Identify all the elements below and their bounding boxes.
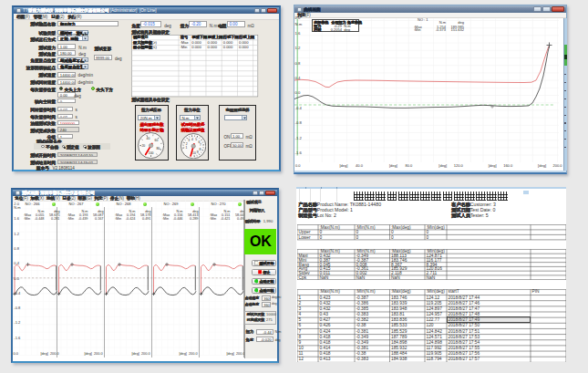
svg-text:100: 100 bbox=[149, 151, 154, 155]
svg-text:5: 5 bbox=[195, 138, 197, 141]
svg-text:9: 9 bbox=[196, 150, 198, 153]
svg-text:8: 8 bbox=[199, 147, 201, 150]
svg-text:60: 60 bbox=[155, 139, 159, 142]
svg-text:40: 40 bbox=[147, 137, 150, 140]
svg-text:10: 10 bbox=[192, 151, 196, 155]
svg-text:20: 20 bbox=[142, 144, 146, 148]
svg-text:4: 4 bbox=[191, 137, 193, 140]
svg-text:3: 3 bbox=[188, 139, 190, 142]
svg-text:80: 80 bbox=[157, 147, 160, 150]
svg-text:1: 1 bbox=[185, 145, 187, 149]
